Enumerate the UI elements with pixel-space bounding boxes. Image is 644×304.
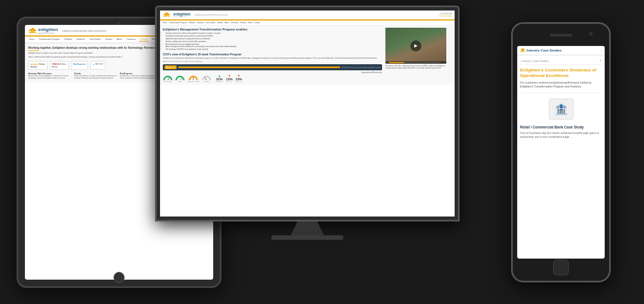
svg-line-1 <box>180 78 182 80</box>
tablet-nav-customers[interactable]: Customers <box>125 38 137 42</box>
phone-body-text: Our customers achieve exceptional perfor… <box>517 81 605 91</box>
tablet-logo-sub: operational excellence <box>38 32 58 34</box>
tablet-tagline: enabling exceptional back-office perform… <box>62 29 107 32</box>
monitor-gauge-quality: Quality <box>175 75 185 83</box>
tablet-logo-area: enlighten operational excellence enablin… <box>28 27 106 34</box>
desktop-monitor: enlighten operational excellence enablin… <box>155 6 460 244</box>
svg-line-3 <box>205 78 207 80</box>
monitor-nav-contact[interactable]: Contact <box>254 22 260 24</box>
phone-logo: Industry Case Studies <box>527 49 561 52</box>
monitor-nav-casestudies[interactable]: Case Studies <box>205 22 215 24</box>
monitor-video-thumbnail: ▶ ▶00:45 <box>385 28 446 64</box>
monitor-logo-text: enlighten <box>173 12 190 16</box>
tablet-salesforce-logo: ☁ PARTNER <box>90 61 105 70</box>
tablet-nav-insitutes[interactable]: Insitutes <box>104 38 114 42</box>
tablet-partner-aws: Amazon Web Services Amazon Web Services … <box>28 72 73 80</box>
monitor-nav[interactable]: Home Transformation Program Software Ind… <box>160 20 455 25</box>
monitor-progress-bar <box>178 66 340 68</box>
monitor-tagline: enabling exceptional back-office perform… <box>194 14 228 16</box>
monitor-stat-3: ▼ 15% Unit Cost <box>235 74 242 83</box>
monitor-contact: +1 617 333 7041 Contact Us Today <box>439 13 452 17</box>
phone-section-indicator: ≡ <box>601 49 602 52</box>
monitor-gauge-productivity: Productivity <box>163 75 173 83</box>
monitor-logo-sub: operational excellence <box>173 16 190 18</box>
monitor-video-caption: Peter Back, CEO Pillar - Business Proces… <box>385 65 452 70</box>
phone-home-button[interactable] <box>553 260 569 275</box>
phone-bank-icon-area: 🏦 <box>517 94 605 124</box>
monitor-video-controls: ▶00:45 <box>385 61 446 64</box>
monitor-nav-institute[interactable]: Institute <box>217 22 223 24</box>
phone-camera <box>589 32 593 35</box>
tablet-amazon-logo: amazon PartnerNetwork <box>28 61 48 70</box>
monitor-coo-title: COO's view of Enlighten's 20 week Transf… <box>163 53 382 56</box>
monitor-nav-partners[interactable]: Partners <box>240 22 246 24</box>
phone-screen: Industry Case Studies ≡ - Industry Case … <box>517 46 605 259</box>
monitor-stat-1: ▲ 31% Reduction in <box>215 74 223 83</box>
phone-speaker <box>550 34 572 37</box>
monitor-gauge-capacity: Capacity <box>202 75 212 83</box>
monitor-stats: ▲ 31% Reduction in ▼ 15% Unit Cost ▼ <box>215 74 242 83</box>
video-play-button[interactable]: ▶ <box>410 40 421 51</box>
monitor-screen: enlighten operational excellence enablin… <box>160 11 455 217</box>
tablet-nav-casestudies[interactable]: Case Studies <box>88 38 102 42</box>
monitor-neck <box>291 221 324 235</box>
monitor-nav-news[interactable]: News <box>248 22 253 24</box>
phone-site-header: Industry Case Studies ≡ <box>517 46 605 55</box>
phone-case-text: One of Australia's big four banks achiev… <box>517 130 605 140</box>
monitor-right-content: ▶ ▶00:45 Peter Back, CEO Pillar - Busine… <box>385 28 452 83</box>
tablet-nav-home[interactable]: Home <box>28 38 35 42</box>
monitor-content: Enlighten's Management Transformation Pr… <box>160 25 455 85</box>
monitor-main-title: Enlighten's Management Transformation Pr… <box>163 28 382 31</box>
monitor-metrics-bar: Week 12 Identify & remove non-value adde… <box>163 64 382 70</box>
monitor-nav-home[interactable]: Home <box>163 22 167 24</box>
monitor-nav-about[interactable]: About <box>225 22 229 24</box>
monitor-gauges: Productivity Quality <box>163 75 212 83</box>
tablet-camera <box>117 22 121 25</box>
monitor-bullets: Savings measured in millions with paybac… <box>163 33 382 51</box>
svg-line-0 <box>168 78 169 80</box>
monitor-week-label: Week 12 <box>164 65 177 69</box>
monitor-gauges-row: Productivity Quality <box>163 74 382 83</box>
monitor-coo-body: Enlighten is a comprehensive performance… <box>163 57 382 59</box>
monitor-base <box>271 235 343 240</box>
tablet-divider <box>28 50 38 51</box>
tablet-home-button[interactable] <box>114 272 125 283</box>
monitor-phase-label: Identify & remove non-value added activi… <box>342 66 380 69</box>
tablet-nav-about[interactable]: About <box>116 38 123 42</box>
tablet-nav-transform[interactable]: Transformation Program <box>38 38 61 42</box>
monitor-coo-sub: Actual results achieved by a major finan… <box>163 60 382 63</box>
monitor-bullet-7: The releasing of 20-40% more capacity to… <box>166 49 382 51</box>
monitor-nav-customers[interactable]: Customers <box>230 22 239 24</box>
monitor-site-header: enlighten operational excellence enablin… <box>160 11 455 20</box>
tablet-nav-industries[interactable]: Industries <box>75 38 86 42</box>
phone-main-title: Enlighten's Customers Showcase of Operat… <box>517 65 605 81</box>
monitor-left-content: Enlighten's Management Transformation Pr… <box>163 28 382 83</box>
monitor-nav-transform[interactable]: Transformation Program <box>169 22 187 24</box>
monitor-stat-2: ▼ 15% Unit Cost <box>226 74 233 83</box>
phone-case-title: Retail / Commercial Bank Case Study <box>517 124 605 130</box>
phone-bank-icon: 🏦 <box>549 99 574 120</box>
monitor-org-label: Organizational Effectiveness <box>163 71 382 74</box>
tablet-devexpress-logo: DevExpress <box>71 61 88 70</box>
tablet-nav-software[interactable]: Software <box>63 38 73 42</box>
tablet-nav-partners[interactable]: Partners <box>139 38 148 42</box>
tablet-oracle-logo: ORACLE SilverPartner <box>50 61 69 70</box>
monitor-bullet-4: Greater visibility and control over back… <box>166 41 382 43</box>
monitor-nav-software[interactable]: Software <box>188 22 195 24</box>
monitor-gauge-value: Value-added Output <box>187 75 199 83</box>
tablet-partner-oracle: Oracle Oracle Corporation is a large mul… <box>74 72 119 80</box>
phone-device: Industry Case Studies ≡ - Industry Case … <box>511 22 611 282</box>
monitor-frame: enlighten operational excellence enablin… <box>155 6 460 221</box>
phone-divider-1 <box>520 92 602 93</box>
phone-section-title: - Industry Case Studies + <box>517 55 605 65</box>
monitor-nav-industries[interactable]: Industries <box>197 22 204 24</box>
tablet-logo-text: enlighten <box>38 27 58 32</box>
